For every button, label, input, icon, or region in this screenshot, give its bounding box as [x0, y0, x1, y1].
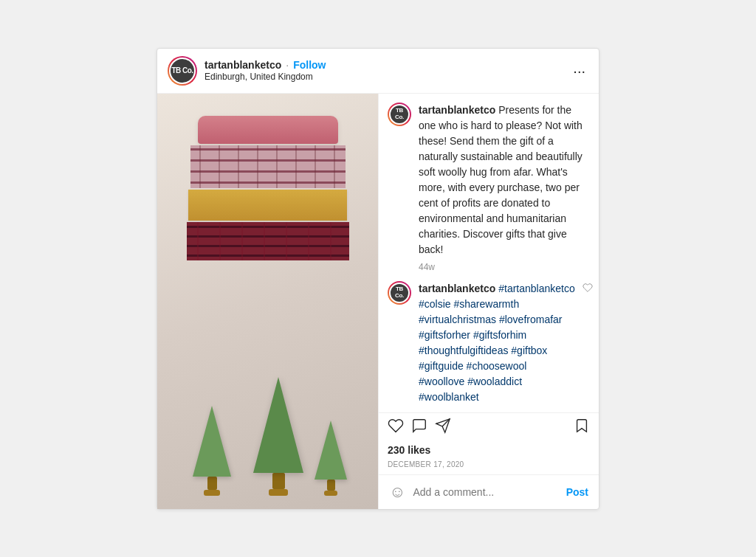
comments-section: TBCo. tartanblanketcoPresents for the on… — [379, 94, 599, 405]
post-content-panel: TBCo. tartanblanketcoPresents for the on… — [378, 94, 599, 509]
blanket-plaid — [190, 145, 346, 188]
header-avatar: TB Co. — [169, 58, 196, 84]
tree-center-tall — [253, 377, 303, 496]
more-options-button[interactable]: ··· — [570, 63, 588, 78]
comment-1-text: Presents for the one who is hard to plea… — [419, 104, 583, 255]
add-comment-bar: ☺ Post — [379, 474, 599, 509]
comment-2-avatar: TBCo. — [389, 283, 410, 303]
header-username[interactable]: tartanblanketco — [205, 59, 281, 71]
blanket-pink — [198, 116, 338, 144]
comment-button[interactable] — [411, 418, 435, 437]
comment-1-avatar-gradient: TBCo. — [388, 103, 411, 126]
blanket-yellow — [188, 190, 347, 221]
post-body: TBCo. tartanblanketcoPresents for the on… — [157, 94, 599, 509]
blankets-stack — [187, 116, 349, 260]
comment-1-avatar: TBCo. — [389, 104, 410, 125]
comment-2-username[interactable]: tartanblanketco — [419, 283, 495, 294]
tree-left-small — [193, 406, 231, 496]
post-comment-button[interactable]: Post — [566, 486, 588, 498]
post-header: TB Co. tartanblanketco · Follow Edinburg… — [157, 49, 599, 94]
comment-1: TBCo. tartanblanketcoPresents for the on… — [388, 103, 590, 274]
header-avatar-text: TB Co. — [171, 66, 193, 75]
comment-input[interactable] — [413, 486, 558, 498]
blanket-dark-plaid — [187, 222, 349, 260]
comment-2-content: tartanblanketco#tartanblanketco #colsie … — [419, 281, 575, 405]
comment-1-content: tartanblanketcoPresents for the one who … — [419, 103, 590, 274]
save-button[interactable] — [574, 418, 590, 437]
share-button[interactable] — [435, 418, 458, 437]
header-location: Edinburgh, United Kingdom — [205, 72, 570, 82]
comment-1-username[interactable]: tartanblanketco — [419, 104, 495, 116]
comment-2-avatar-text: TBCo. — [395, 286, 404, 300]
likes-count: 230 likes — [388, 441, 590, 459]
comment-2: TBCo. tartanblanketco#tartanblanketco #c… — [388, 281, 590, 405]
actions-bar — [379, 412, 599, 441]
like-button[interactable] — [388, 418, 411, 437]
instagram-post-card: TB Co. tartanblanketco · Follow Edinburg… — [157, 48, 599, 510]
comment-1-timestamp: 44w — [419, 260, 590, 274]
post-image — [157, 94, 378, 509]
dot-separator: · — [286, 59, 289, 71]
follow-button[interactable]: Follow — [293, 59, 326, 71]
emoji-button[interactable]: ☺ — [389, 482, 405, 502]
header-avatar-gradient: TB Co. — [168, 56, 197, 86]
comment-2-like-button[interactable] — [583, 283, 593, 296]
comment-2-hashtags: #tartanblanketco #colsie #sharewarmth #v… — [419, 283, 575, 403]
post-date: DECEMBER 17, 2020 — [388, 459, 590, 474]
header-top-row: tartanblanketco · Follow — [205, 59, 570, 71]
comment-2-avatar-gradient: TBCo. — [388, 281, 411, 305]
tree-right-small — [315, 421, 347, 496]
likes-date-section: 230 likes DECEMBER 17, 2020 — [379, 441, 599, 474]
comment-1-avatar-text: TBCo. — [395, 108, 404, 121]
header-info: tartanblanketco · Follow Edinburgh, Unit… — [205, 59, 570, 82]
